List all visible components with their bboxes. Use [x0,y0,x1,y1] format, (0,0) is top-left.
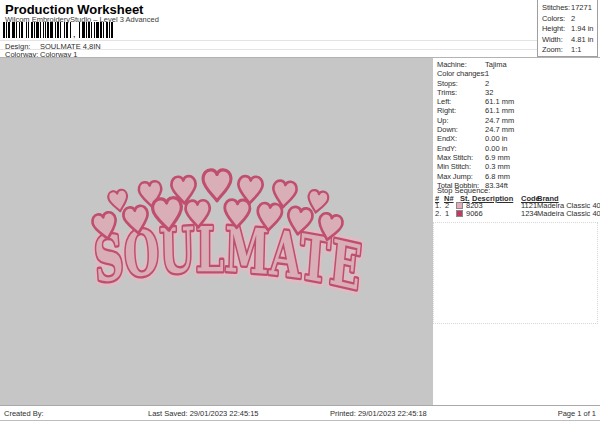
machine-row: Min Stitch:0.3 mm [433,162,600,171]
design-stats-box: Stitches: 17271 Colors: 2 Height: 1.94 i… [537,0,598,57]
machine-row: Color changes:1 [433,69,600,78]
machine-row: EndY:0.00 in [433,144,600,153]
created-by: Created By: [4,409,44,418]
last-saved: Last Saved: 29/01/2023 22:45:15 [148,409,259,418]
stop-row-1: 1. 2 8203 1121 Madeira Classic 40 [433,201,600,209]
worksheet-footer: Created By: Last Saved: 29/01/2023 22:45… [0,405,600,421]
machine-row: Left:61.1 mm [433,97,600,106]
stop-row-2: 2. 1 9066 1234 Madeira Classic 40 [433,209,600,217]
stat-height: Height: 1.94 in [538,24,597,35]
heart [203,170,231,201]
stat-colors: Colors: 2 [538,14,597,25]
thread-swatch [456,202,463,209]
thread-swatch [456,210,463,217]
machine-row: EndX:0.00 in [433,134,600,143]
worksheet-header: Production Worksheet Wilcom EmbroiderySt… [0,0,600,58]
machine-row: Stops:2 [433,79,600,88]
machine-row: Down:24.7 mm [433,125,600,134]
machine-info-list: Machine:Tajima Color changes:1 Stops:2 T… [433,60,600,190]
machine-row: Up:24.7 mm [433,116,600,125]
barcode [3,22,121,39]
machine-panel: Machine:Tajima Color changes:1 Stops:2 T… [433,58,600,405]
printed: Printed: 29/01/2023 22:45:18 [330,409,427,418]
machine-row: Trims:32 [433,88,600,97]
page-number: Page 1 of 1 [558,409,596,418]
design-canvas: SOULMATE SOULMATE [0,58,433,405]
stat-width: Width: 4.81 in [538,35,597,46]
stat-stitches: Stitches: 17271 [538,3,597,14]
machine-row: Max Jump:6.8 mm [433,172,600,181]
machine-row: Machine:Tajima [433,60,600,69]
barcode-comma: , [73,29,76,39]
embroidery-design: SOULMATE SOULMATE [0,58,433,405]
machine-row: Max Stitch:6.9 mm [433,153,600,162]
machine-row: Right:61.1 mm [433,106,600,115]
stat-zoom: Zoom: 1:1 [538,45,597,56]
stop-sequence-table-body [433,222,598,324]
design-stats-rows: Stitches: 17271 Colors: 2 Height: 1.94 i… [538,0,597,56]
